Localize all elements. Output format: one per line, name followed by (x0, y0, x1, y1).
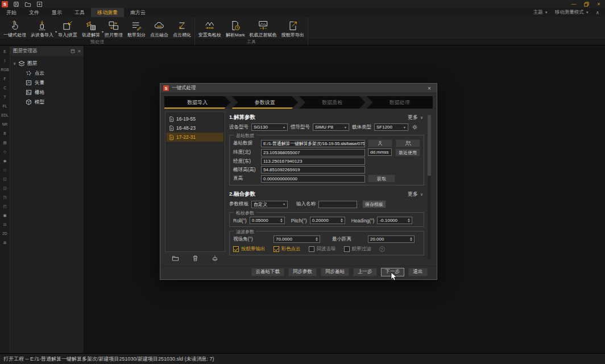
trajectory-solve-button[interactable]: 轨迹解算 ▾ (80, 20, 102, 38)
help-icon[interactable]: ? (379, 246, 385, 252)
ortho-height-input[interactable]: 0.000000000000 (261, 175, 365, 183)
restore-button[interactable] (580, 0, 592, 8)
strip-edl-button[interactable]: EDL (1, 111, 10, 119)
tab-data-process[interactable]: 数据处理 (367, 96, 433, 109)
tab-parameter-settings[interactable]: 参数设置 (232, 96, 299, 109)
strip-pan-button[interactable]: ◉ (1, 156, 10, 165)
strip-class-button[interactable]: C (1, 84, 10, 92)
list-item[interactable]: 16-48-23 (167, 123, 223, 133)
multi-base-button[interactable] (396, 139, 420, 147)
one-click-process-button[interactable]: 一键式处理 (1, 20, 28, 38)
tab-data-import[interactable]: 数据导入 (164, 96, 231, 109)
ellipsoid-height-input[interactable]: 54.851092265919 (261, 166, 365, 173)
layer-item-pointcloud[interactable]: 点云 (12, 68, 82, 78)
strip-elevation-button[interactable]: E (1, 47, 10, 56)
template-name-input[interactable] (318, 201, 357, 208)
dialog-close-icon[interactable]: × (425, 85, 434, 92)
strip-viewback-button[interactable]: ◲ (1, 184, 10, 192)
close-button[interactable]: × (592, 0, 605, 8)
recently-used-button[interactable]: 最近使用 (395, 148, 420, 156)
fov-spinner[interactable]: 70.0000 (274, 235, 320, 243)
pointcloud-fusion-button[interactable]: pos 点云融合 (148, 20, 171, 38)
mount-angle-calibration-button[interactable]: 安置角检校 (196, 20, 223, 38)
carrier-type-select[interactable]: SF1200 ▼ (374, 123, 408, 131)
latitude-input[interactable]: 23.105368055007 (261, 149, 365, 156)
spinner-arrows[interactable] (280, 218, 283, 222)
scrollbar-thumb[interactable] (428, 115, 431, 176)
imu-model-select[interactable]: SIMU P8 ▼ (313, 123, 349, 131)
add-folder-icon[interactable] (172, 255, 179, 262)
list-item[interactable]: 17-22-31 (167, 133, 223, 142)
dialog-titlebar[interactable]: S 一键式处理 × (160, 84, 437, 93)
minimize-button[interactable]: — (567, 0, 580, 8)
sync-parameters-button[interactable]: 同步参数 (288, 268, 317, 276)
list-item[interactable]: 16-19-55 (167, 114, 223, 123)
photo-organize-button[interactable]: 照片整理 (102, 20, 125, 38)
exit-button[interactable]: 退出 (408, 268, 428, 276)
strip-export-button[interactable]: 按航带导出 (279, 20, 306, 38)
spinner-arrows[interactable] (410, 237, 412, 241)
menu-file[interactable]: 文件 (23, 8, 45, 17)
menu-mobile-survey[interactable]: 移动测量 (91, 8, 124, 17)
device-model-select[interactable]: SG130 ▼ (251, 123, 288, 131)
previous-step-button[interactable]: 上一步 (353, 268, 377, 276)
single-base-button[interactable] (368, 139, 392, 147)
strip-fixed-button[interactable]: F (1, 75, 10, 83)
collapse-ribbon-button[interactable]: ∧ (596, 10, 599, 15)
strip-time-button[interactable]: T (1, 93, 10, 101)
menu-start[interactable]: 开始 (0, 8, 23, 17)
theme-select[interactable]: 主题 ▼ (533, 9, 548, 16)
parameter-template-select[interactable]: 自定义 ▼ (251, 201, 288, 208)
pointcloud-refine-button[interactable]: 点云精化 (171, 20, 193, 38)
strip-viewright-button[interactable]: ◰ (1, 202, 10, 210)
layer-item-raster[interactable]: 栅格 (12, 88, 82, 97)
menu-display[interactable]: 显示 (45, 8, 68, 17)
layer-item-model[interactable]: 模型 (12, 97, 82, 107)
strip-flightline-button[interactable]: FL (1, 102, 10, 110)
strip-blend-button[interactable]: B (1, 129, 10, 138)
menu-tools[interactable]: 工具 (68, 8, 91, 17)
colored-pointcloud-checkbox[interactable]: 彩色点云 (274, 246, 301, 253)
menu-south-cloud[interactable]: 南方云 (124, 8, 152, 17)
clear-all-icon[interactable] (212, 255, 218, 262)
new-project-icon[interactable] (36, 1, 43, 7)
heading-spinner[interactable]: -0.10000 (377, 217, 412, 224)
strip-fullextent-button[interactable]: ⊡ (1, 220, 10, 229)
base-path-input[interactable]: E:/1-普通解算一键解算多架次/16-19-55.sls/base/07581… (261, 140, 365, 147)
output-by-strip-checkbox[interactable]: 按航带输出 (233, 246, 266, 253)
roll-spinner[interactable]: 0.05000 (250, 217, 285, 224)
float-panel-icon[interactable] (71, 49, 75, 53)
tab-data-qc[interactable]: 数据质检 (299, 96, 366, 109)
strip-divide-button[interactable]: 航带划分 (125, 20, 148, 38)
parse-mark-button[interactable]: 解析Mark (223, 20, 247, 38)
cloud-base-download-button[interactable]: 云基站下载 (251, 268, 285, 276)
pitch-spinner[interactable]: 0.20000 (310, 217, 345, 224)
spinner-arrows[interactable] (316, 237, 318, 241)
sync-base-station-button[interactable]: 同步基站 (321, 268, 349, 276)
strip-viewiso-button[interactable]: ▣ (1, 211, 10, 220)
save-template-button[interactable]: 保存模板 (362, 200, 386, 208)
min-distance-spinner[interactable]: 20.000 (368, 235, 415, 243)
strip-polyselect-button[interactable]: ◇ (1, 147, 10, 156)
echo-denoise-checkbox[interactable]: 回波去噪 (309, 246, 336, 253)
strip-2d-button[interactable]: 2D (1, 229, 10, 238)
strip-filter-checkbox[interactable]: 航带过滤 (344, 246, 371, 253)
params-scrollbar[interactable] (428, 115, 431, 259)
expand-caret-icon[interactable]: ∨ (13, 61, 16, 66)
angle-format-select[interactable]: dd.mmss ▼ (368, 148, 392, 156)
spinner-arrows[interactable] (408, 218, 410, 222)
strip-boxselect-button[interactable]: ▧ (1, 138, 10, 147)
import-settings-button[interactable]: 导入|设置 (56, 20, 80, 38)
strip-viewfront-button[interactable]: ◱ (1, 175, 10, 183)
ortho-colorize-button[interactable]: 机载正射赋色 (247, 20, 279, 38)
strip-rgb-button[interactable]: RGB (1, 65, 10, 74)
solve-more-toggle[interactable]: 更多 ∨ (408, 114, 424, 121)
layer-root-node[interactable]: ∨ 图层 (12, 59, 82, 68)
get-height-button[interactable]: 获取 (368, 175, 395, 183)
save-icon[interactable] (13, 1, 19, 7)
strip-viewtop-button[interactable]: □ (1, 166, 10, 174)
strip-intensity-button[interactable]: I (1, 56, 10, 65)
delete-icon[interactable] (192, 255, 198, 262)
mode-select[interactable]: 移动测量模式 ▼ (555, 9, 589, 16)
import-from-device-button[interactable]: 从设备导入 ▾ (28, 20, 56, 38)
